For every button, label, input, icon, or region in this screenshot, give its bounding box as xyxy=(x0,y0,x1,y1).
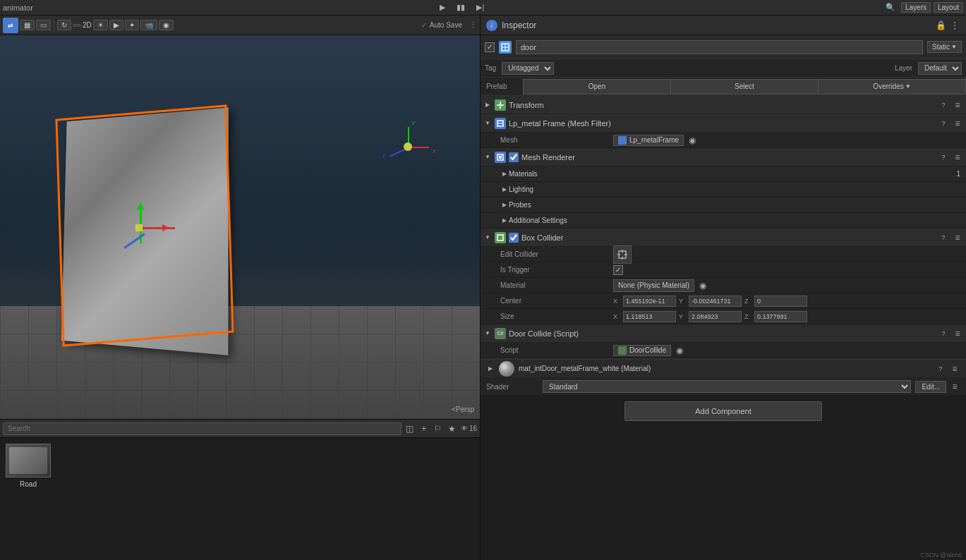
center-y-input[interactable] xyxy=(689,296,742,307)
script-ref[interactable]: DoorCollide xyxy=(613,345,671,356)
mesh-renderer-help[interactable]: ? xyxy=(938,152,949,163)
material-settings[interactable]: ≡ xyxy=(949,363,960,375)
center-label: Center xyxy=(500,297,613,305)
tag-asset-btn[interactable]: ⚐ xyxy=(433,423,444,434)
prefab-overrides-btn[interactable]: Overrides ▼ xyxy=(818,79,966,95)
component-box-collider[interactable]: ▼ Box Collider ? ≡ xyxy=(481,229,966,247)
lock-btn[interactable]: 🔒 xyxy=(935,20,946,31)
mesh-filter-label: Lp_metal Frame (Mesh Filter) xyxy=(509,119,935,128)
component-mesh-renderer[interactable]: ▼ Mesh Renderer ? ≡ xyxy=(481,148,966,166)
prefab-open-btn[interactable]: Open xyxy=(523,79,670,95)
collapse-transform[interactable]: ▶ xyxy=(483,101,492,109)
active-checkbox[interactable]: ✓ xyxy=(485,42,495,52)
shader-edit-btn[interactable]: Edit... xyxy=(915,381,946,393)
collapse-additional[interactable]: ▶ xyxy=(500,217,509,225)
collapse-mesh-filter[interactable]: ▼ xyxy=(483,119,492,128)
mesh-filter-settings[interactable]: ≡ xyxy=(952,118,963,129)
mesh-target[interactable]: ◉ xyxy=(687,135,698,146)
mesh-icon xyxy=(618,136,627,145)
rotate-tool[interactable]: ↻ xyxy=(57,20,71,30)
collapse-door-collide[interactable]: ▼ xyxy=(483,329,492,338)
persp-label: <Persp xyxy=(452,406,474,413)
play-btn[interactable]: ▶ xyxy=(435,3,449,12)
step-btn[interactable]: ▶| xyxy=(472,3,488,12)
lighting-subheader[interactable]: ▶ Lighting xyxy=(481,182,966,197)
size-z-input[interactable] xyxy=(754,311,807,322)
collapse-materials[interactable]: ▶ xyxy=(500,170,509,178)
more-btn[interactable]: ⋮ xyxy=(949,20,960,31)
collapse-lighting[interactable]: ▶ xyxy=(500,185,509,194)
grid-toggle[interactable]: ▦ xyxy=(20,20,35,30)
add-component-btn[interactable]: Add Component xyxy=(624,401,822,421)
mesh-ref[interactable]: Lp_metalFrame xyxy=(613,135,684,146)
main-area: ⇄ ▦ ▭ ↻ 2D ☀ ▶ ✦ 📹 ◉ ✓ Auto Save ⋮ xyxy=(0,16,966,560)
fx-toggle[interactable]: ✦ xyxy=(125,20,139,30)
is-trigger-label: Is Trigger xyxy=(500,266,613,274)
script-target[interactable]: ◉ xyxy=(674,345,685,356)
door-collide-label: Door Collide (Script) xyxy=(509,329,935,338)
collapse-box-collider[interactable]: ▼ xyxy=(483,233,492,242)
audio-toggle[interactable]: ▶ xyxy=(109,20,123,30)
component-mesh-filter[interactable]: ▼ Lp_metal Frame (Mesh Filter) ? ≡ xyxy=(481,114,966,133)
probes-subheader[interactable]: ▶ Probes xyxy=(481,197,966,213)
favorite-btn[interactable]: ★ xyxy=(447,423,458,434)
pause-btn[interactable]: ▮▮ xyxy=(452,3,469,12)
component-door-collide[interactable]: ▼ C# Door Collide (Script) ? ≡ xyxy=(481,324,966,343)
lighting-label: Lighting xyxy=(509,185,533,193)
material-help[interactable]: ? xyxy=(935,363,946,375)
ruler-tool[interactable]: ▭ xyxy=(36,20,51,30)
materials-subheader[interactable]: ▶ Materials 1 xyxy=(481,166,966,182)
center-z-input[interactable] xyxy=(754,296,807,307)
box-collider-enabled[interactable] xyxy=(509,233,519,243)
box-collider-settings[interactable]: ≡ xyxy=(952,232,963,243)
center-x-input[interactable] xyxy=(623,296,676,307)
door-collide-settings[interactable]: ≡ xyxy=(952,328,963,339)
mesh-renderer-enabled[interactable] xyxy=(509,152,519,162)
is-trigger-checkbox[interactable]: ✓ xyxy=(613,265,623,275)
shader-more[interactable]: ≡ xyxy=(949,381,960,392)
transform-actions: ? ≡ xyxy=(938,99,963,111)
box-collider-help[interactable]: ? xyxy=(938,232,949,243)
mesh-renderer-settings[interactable]: ≡ xyxy=(952,152,963,163)
prefab-row: Prefab Open Select Overrides ▼ xyxy=(481,78,966,96)
collapse-mesh-renderer[interactable]: ▼ xyxy=(483,153,492,162)
edit-collider-label: Edit Collider xyxy=(500,250,613,258)
prefab-select-btn[interactable]: Select xyxy=(670,79,818,95)
object-name-input[interactable] xyxy=(516,40,923,54)
layers-dropdown[interactable]: Layers xyxy=(901,2,931,13)
shader-dropdown[interactable]: Standard xyxy=(543,380,911,393)
transform-help[interactable]: ? xyxy=(938,99,949,111)
component-transform[interactable]: ▶ Transform ? ≡ xyxy=(481,96,966,114)
asset-search-input[interactable] xyxy=(3,422,402,435)
physic-material-ref[interactable]: None (Physic Material) xyxy=(613,279,694,292)
collapse-probes[interactable]: ▶ xyxy=(500,201,509,209)
static-button[interactable]: Static ▼ xyxy=(927,41,962,53)
edit-collider-btn[interactable] xyxy=(613,245,632,264)
2d-toggle[interactable] xyxy=(73,24,81,27)
collapse-material[interactable]: ▶ xyxy=(486,365,495,373)
size-x-input[interactable] xyxy=(623,311,676,322)
search-icon[interactable]: 🔍 xyxy=(886,3,895,12)
size-y-input[interactable] xyxy=(689,311,742,322)
layout-dropdown[interactable]: Layout xyxy=(934,2,963,13)
lighting-toggle[interactable]: ☀ xyxy=(93,20,108,30)
physic-material-value: None (Physic Material) ◉ xyxy=(613,279,960,292)
transform-settings[interactable]: ≡ xyxy=(952,99,963,111)
camera-dropdown[interactable]: 📹 xyxy=(140,20,157,30)
asset-item-road[interactable]: Road xyxy=(6,444,51,488)
eye-count: 👁16 xyxy=(461,425,477,432)
gizmos-dropdown[interactable]: ◉ xyxy=(159,20,174,30)
additional-settings-subheader[interactable]: ▶ Additional Settings xyxy=(481,213,966,229)
door-collide-help[interactable]: ? xyxy=(938,328,949,339)
add-asset-btn[interactable]: + xyxy=(418,423,430,434)
toggle-preview-btn[interactable]: ◫ xyxy=(404,423,416,434)
more-options[interactable]: ⋮ xyxy=(469,20,477,30)
scene-view[interactable]: Y X Z <Persp xyxy=(0,35,480,419)
layer-dropdown[interactable]: Default xyxy=(918,62,962,75)
physic-material-target[interactable]: ◉ xyxy=(697,280,708,291)
mesh-filter-help[interactable]: ? xyxy=(938,118,949,129)
tag-dropdown[interactable]: Untagged xyxy=(502,62,554,75)
inspector-header: i Inspector 🔒 ⋮ xyxy=(481,16,966,35)
center-y-label: Y xyxy=(679,298,686,305)
transform-tool[interactable]: ⇄ xyxy=(3,18,18,33)
